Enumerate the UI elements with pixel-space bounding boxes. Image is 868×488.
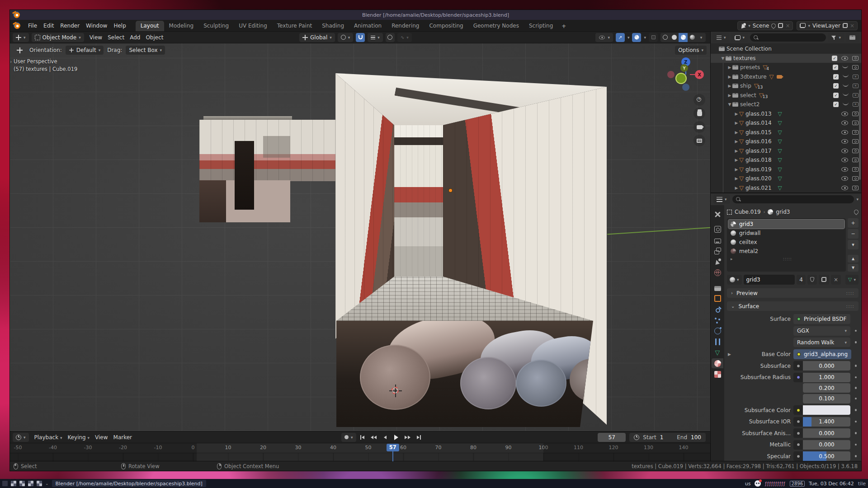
eye-open-icon[interactable] [841,139,848,144]
checkbox-icon[interactable]: ✓ [832,56,837,61]
gizmos-toggle[interactable]: ↗ [616,33,625,42]
next-keyframe-button[interactable] [403,433,413,441]
expander-icon[interactable]: ▶ [727,65,732,70]
checkbox-icon[interactable]: ✓ [833,102,839,107]
gizmo-minus-y-axis[interactable] [676,74,686,83]
expander-icon[interactable]: ▶ [734,112,739,116]
snap-toggle[interactable] [356,33,365,42]
eye-open-icon[interactable] [841,130,848,135]
expander-icon[interactable]: ▶ [734,167,739,172]
eye-closed-icon[interactable] [843,74,849,77]
workspace-expand-icon[interactable]: ⌄ [45,481,49,486]
blender-menu-icon[interactable] [14,22,20,29]
timeline-editor[interactable]: ▾ Playback ▾Keying ▾ViewMarker ▾ 57 [10,431,711,461]
region-toggle-arrow[interactable]: › [10,59,12,65]
value-field[interactable]: 0.000 [803,428,850,438]
vector-value-field[interactable]: 0.200 [803,383,850,393]
expander-icon[interactable]: ▶ [734,130,739,135]
zoom-widget[interactable] [693,94,705,106]
pin-icon[interactable] [770,22,777,28]
expander-icon[interactable]: ▶ [734,139,739,144]
eye-open-icon[interactable] [841,149,848,153]
item-name[interactable]: presets [740,64,760,70]
item-name[interactable]: glass.019 [745,166,772,173]
properties-editor[interactable]: ▾ ▾ ▽ Cube.019 › grid3 [711,193,861,461]
tab-sculpting[interactable]: Sculpting [198,21,234,31]
expander-icon[interactable]: ▶ [734,186,739,190]
outliner-scrollbar[interactable] [859,89,861,180]
timeline-body[interactable]: -50-40-30-20-100102030405060708090100110… [10,443,710,461]
slider-field[interactable]: 0.500 [803,451,850,461]
unlink-scene-icon[interactable]: × [785,23,790,28]
properties-search[interactable] [732,195,854,203]
users-count-button[interactable]: 4 [797,275,806,285]
shader-button[interactable]: Principled BSDF [793,314,850,324]
taskbar-window-button[interactable]: Blender [/home/amalie/Desktop/blender/sp… [52,480,206,487]
outliner-row-glass-017[interactable]: ▶▽glass.017▽ [711,146,861,156]
expander-icon[interactable]: ▶ [734,176,739,181]
eye-closed-icon[interactable] [843,93,849,96]
properties-tab-tool[interactable] [712,209,723,219]
properties-tab-collection[interactable] [712,282,723,292]
slot-specials-button[interactable]: ▾ [848,240,859,249]
material-name-field[interactable]: grid3 [744,275,795,285]
prev-frame-button[interactable] [380,433,390,441]
camera-visibility-icon[interactable] [852,112,859,116]
preview-section-header[interactable]: › Preview :::: [727,288,859,298]
timeline-editor-type-button[interactable]: ▾ [13,433,29,442]
item-name[interactable]: textures [733,55,756,61]
menu-file[interactable]: File [25,22,40,30]
expander-icon[interactable]: ▶ [734,158,739,162]
camera-visibility-icon[interactable] [852,158,859,162]
eye-open-icon[interactable] [841,56,848,61]
eye-open-icon[interactable] [841,176,848,181]
move-slot-up-button[interactable]: ▲ [848,255,859,263]
properties-tab-physics[interactable] [712,326,723,336]
preview-drag-handle[interactable]: :::: [846,291,854,296]
slider-field[interactable]: 1.400 [803,417,850,427]
tab-texture-paint[interactable]: Texture Paint [272,21,317,31]
shading-material-button[interactable] [679,33,688,42]
eye-open-icon[interactable] [841,167,848,172]
outliner-display-mode[interactable]: ▾ [731,33,748,42]
shading-solid-button[interactable] [670,33,679,42]
camera-disabled-icon[interactable]: ✕ [853,75,859,79]
viewport-menu-object[interactable]: Object [143,33,166,42]
properties-tab-material[interactable] [712,358,723,368]
camera-visibility-icon[interactable] [852,149,859,153]
start-value[interactable]: 1 [660,434,664,441]
eye-closed-icon[interactable] [843,84,849,87]
add-slot-button[interactable]: + [848,218,859,228]
vector-value-field[interactable]: 0.100 [803,394,850,404]
snap-target[interactable]: ▾ [338,33,354,42]
keyframe-dot[interactable] [855,387,857,389]
gizmo-minus-x-axis[interactable] [667,71,675,78]
item-name[interactable]: Scene Collection [726,46,772,52]
nodetree-button[interactable]: ▽▾ [845,275,859,285]
outliner-row-glass-013[interactable]: ▶▽glass.013▽ [711,109,861,119]
keyframe-dot[interactable] [855,398,857,400]
play-button[interactable] [392,433,401,441]
playhead[interactable]: 57 [387,444,399,451]
breadcrumb-object[interactable]: Cube.019 [735,209,761,215]
menu-help[interactable]: Help [110,22,129,30]
properties-tab-particles[interactable] [712,315,723,325]
tab-layout[interactable]: Layout [136,21,164,31]
outliner-row-glass-016[interactable]: ▶▽glass.016▽ [711,137,861,146]
field-expander[interactable]: ▶ [727,352,732,357]
options-button[interactable]: Options▾ [675,46,707,55]
material-slot-ceiltex[interactable]: ceiltex [728,238,844,247]
item-name[interactable]: select2 [740,101,760,108]
remove-slot-button[interactable]: − [848,229,859,239]
outliner-editor[interactable]: ▾ ▾ ▾ Scene Collection▼textures✓▶presets… [711,32,861,193]
properties-options-dropdown[interactable]: ▾ [856,197,859,202]
properties-tab-scene[interactable] [712,257,723,267]
pan-widget[interactable] [693,108,705,119]
properties-tab-constraints[interactable] [712,337,723,347]
keyframe-dot[interactable] [855,341,857,343]
eye-open-icon[interactable] [841,121,848,125]
tab-compositing[interactable]: Compositing [424,21,468,31]
value-field[interactable]: 0.000 [803,440,850,450]
outliner-row-3dtexture[interactable]: ▶3dtexture▽✓✕ [711,72,861,82]
outliner-row-select[interactable]: ▶select▽13✓✕ [711,91,861,100]
